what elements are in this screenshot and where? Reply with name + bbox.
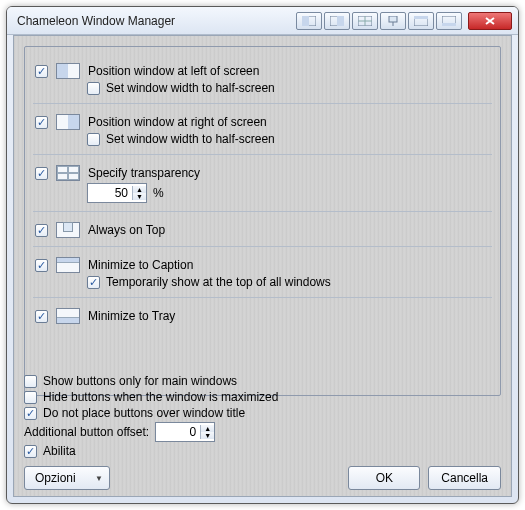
titlebar-transparency-icon[interactable] <box>352 12 378 30</box>
titlebar-extra-buttons <box>296 12 462 30</box>
label: Specify transparency <box>88 166 200 180</box>
label: Set window width to half-screen <box>106 81 275 95</box>
checkbox-only-main[interactable] <box>24 375 37 388</box>
svg-rect-12 <box>442 23 456 26</box>
window-title: Chameleon Window Manager <box>13 14 296 28</box>
label: Minimize to Tray <box>88 309 175 323</box>
checkbox-transparency[interactable] <box>35 167 48 180</box>
cancel-button[interactable]: Cancella <box>428 466 501 490</box>
checkbox-pos-left-half[interactable] <box>87 82 100 95</box>
titlebar-pos-right-icon[interactable] <box>324 12 350 30</box>
options-panel: Position window at left of screen Set wi… <box>24 46 501 396</box>
titlebar: Chameleon Window Manager <box>7 7 518 35</box>
ontop-icon <box>56 222 80 238</box>
caption-icon <box>56 257 80 273</box>
svg-rect-1 <box>302 16 309 26</box>
unit: % <box>153 186 164 200</box>
spin-up[interactable]: ▲ <box>133 186 146 193</box>
offset-label: Additional button offset: <box>24 425 149 439</box>
svg-rect-10 <box>414 16 428 19</box>
option-ontop: Always on Top <box>33 216 492 247</box>
label: Abilita <box>43 444 76 458</box>
label: Do not place buttons over window title <box>43 406 245 420</box>
offset-input[interactable] <box>156 423 200 441</box>
close-button[interactable] <box>468 12 512 30</box>
transparency-icon <box>56 165 80 181</box>
titlebar-ontop-icon[interactable] <box>380 12 406 30</box>
transparency-spinner[interactable]: ▲▼ <box>87 183 147 203</box>
checkbox-pos-right-half[interactable] <box>87 133 100 146</box>
titlebar-tray-icon[interactable] <box>436 12 462 30</box>
svg-rect-7 <box>389 16 397 22</box>
window: Chameleon Window Manager Position window… <box>6 6 519 504</box>
pos-right-icon <box>56 114 80 130</box>
options-button[interactable]: Opzioni▼ <box>24 466 110 490</box>
checkbox-pos-left[interactable] <box>35 65 48 78</box>
label: Always on Top <box>88 223 165 237</box>
titlebar-pos-left-icon[interactable] <box>296 12 322 30</box>
bottom-area: Show buttons only for main windows Hide … <box>24 374 501 490</box>
option-tray: Minimize to Tray <box>33 302 492 332</box>
label: Temporarily show at the top of all windo… <box>106 275 331 289</box>
label: Set window width to half-screen <box>106 132 275 146</box>
pos-left-icon <box>56 63 80 79</box>
label: Minimize to Caption <box>88 258 193 272</box>
checkbox-enable[interactable] <box>24 445 37 458</box>
checkbox-ontop[interactable] <box>35 224 48 237</box>
spin-down[interactable]: ▼ <box>133 193 146 200</box>
option-caption: Minimize to Caption Temporarily show at … <box>33 251 492 298</box>
label: Hide buttons when the window is maximize… <box>43 390 278 404</box>
spin-up[interactable]: ▲ <box>201 425 214 432</box>
checkbox-tray[interactable] <box>35 310 48 323</box>
checkbox-pos-right[interactable] <box>35 116 48 129</box>
tray-icon <box>56 308 80 324</box>
checkbox-not-title[interactable] <box>24 407 37 420</box>
titlebar-caption-icon[interactable] <box>408 12 434 30</box>
chevron-down-icon: ▼ <box>95 474 103 483</box>
checkbox-hide-max[interactable] <box>24 391 37 404</box>
checkbox-caption[interactable] <box>35 259 48 272</box>
spin-down[interactable]: ▼ <box>201 432 214 439</box>
label: Position window at left of screen <box>88 64 259 78</box>
option-transparency: Specify transparency ▲▼ % <box>33 159 492 212</box>
label: Position window at right of screen <box>88 115 267 129</box>
label: Show buttons only for main windows <box>43 374 237 388</box>
option-pos-left: Position window at left of screen Set wi… <box>33 57 492 104</box>
label: Opzioni <box>35 471 76 485</box>
ok-button[interactable]: OK <box>348 466 420 490</box>
option-pos-right: Position window at right of screen Set w… <box>33 108 492 155</box>
transparency-input[interactable] <box>88 184 132 202</box>
offset-spinner[interactable]: ▲▼ <box>155 422 215 442</box>
client-area: Position window at left of screen Set wi… <box>13 35 512 497</box>
svg-rect-3 <box>337 16 344 26</box>
checkbox-caption-temp[interactable] <box>87 276 100 289</box>
